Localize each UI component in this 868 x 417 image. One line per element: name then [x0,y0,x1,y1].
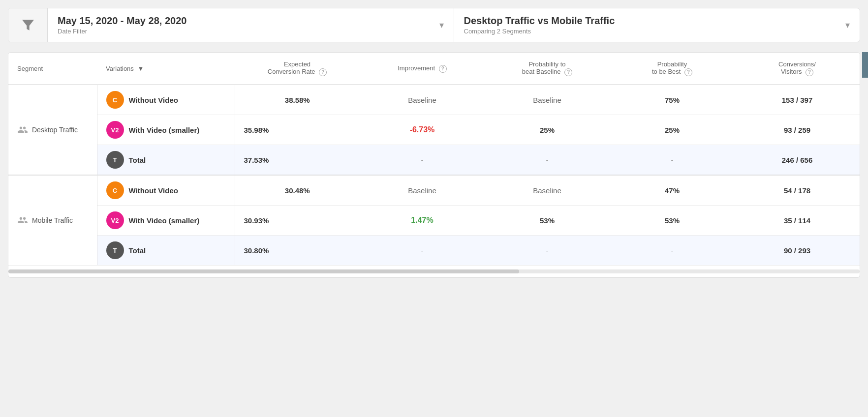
segment-people-icon [17,215,28,226]
improvement-value: - [360,236,485,266]
prob-beat-value: 53% [485,206,610,236]
variations-filter-icon[interactable]: ▼ [137,65,144,72]
variation-cell: CWithout Video [97,175,235,206]
segment-filter-content: Desktop Traffic vs Mobile Traffic Compar… [464,15,615,35]
col-segment: Segment [8,53,97,85]
prob-best-value: 25% [610,115,735,145]
col-prob-beat: Probability tobeat Baseline ? [485,53,610,85]
date-filter-sublabel: Date Filter [58,28,186,35]
variation-cell: V2With Video (smaller) [97,115,235,145]
table-row: TTotal30.80%---90 / 293 [8,236,860,266]
variation-badge: C [106,91,124,109]
col-conv-vis: Conversions/Visitors ? [735,53,860,85]
prob-best-value: 75% [610,85,735,115]
conv-vis-value: 93 / 259 [735,115,860,145]
conv-vis-help-icon[interactable]: ? [806,68,813,76]
variation-cell: TTotal [97,145,235,176]
prob-beat-value: 25% [485,115,610,145]
date-filter-content: May 15, 2020 - May 28, 2020 Date Filter [58,15,186,35]
filter-icon-box [8,8,48,42]
ecr-value: 30.93% [235,206,360,236]
table-row: Mobile TrafficCWithout Video30.48%Baseli… [8,175,860,206]
conv-vis-value: 54 / 178 [735,175,860,206]
ecr-help-icon[interactable]: ? [319,68,327,76]
variation-badge: C [106,181,124,199]
segment-filter-label: Desktop Traffic vs Mobile Traffic [464,15,615,27]
date-filter-label: May 15, 2020 - May 28, 2020 [58,15,186,27]
prob-best-value: - [610,236,735,266]
horizontal-scrollbar[interactable] [8,269,860,273]
variation-cell: V2With Video (smaller) [97,206,235,236]
table-row: TTotal37.53%---246 / 656 [8,145,860,176]
col-prob-best: Probabilityto be Best ? [610,53,735,85]
prob-best-value: 47% [610,175,735,206]
prob-beat-value: - [485,236,610,266]
variation-name: Without Video [129,186,178,195]
improvement-value: -6.73% [360,115,485,145]
variation-cell: TTotal [97,236,235,266]
prob-best-help-icon[interactable]: ? [684,68,692,76]
prob-best-value: 53% [610,206,735,236]
prob-beat-value: - [485,145,610,176]
variation-badge: T [106,241,124,259]
variation-badge: T [106,151,124,169]
segment-filter-section[interactable]: Desktop Traffic vs Mobile Traffic Compar… [454,8,860,42]
variation-badge: V2 [106,211,124,229]
table-row: V2With Video (smaller)30.93%1.47%53%53%3… [8,206,860,236]
segment-filter-chevron: ▾ [845,20,850,30]
ecr-value: 38.58% [235,85,360,115]
improvement-value: Baseline [360,175,485,206]
variation-name: With Video (smaller) [129,126,200,134]
ecr-value: 35.98% [235,115,360,145]
top-bar: May 15, 2020 - May 28, 2020 Date Filter … [8,8,860,42]
segment-people-icon [17,124,28,136]
table-wrapper: Segment Variations ▼ ExpectedConversion … [8,52,860,278]
variation-name: Without Video [129,96,178,104]
funnel-icon [20,17,36,33]
segment-cell: Mobile Traffic [8,175,97,266]
col-variations: Variations ▼ [97,53,235,85]
scrollbar-thumb [8,269,519,273]
results-table: Segment Variations ▼ ExpectedConversion … [8,53,860,266]
variation-badge: V2 [106,121,124,139]
ecr-value: 37.53% [235,145,360,176]
table-row: V2With Video (smaller)35.98%-6.73%25%25%… [8,115,860,145]
settings-button[interactable] [862,52,868,78]
variation-name: Total [129,156,146,164]
segment-filter-sublabel: Comparing 2 Segments [464,28,615,35]
segment-name: Mobile Traffic [32,216,73,224]
conv-vis-value: 246 / 656 [735,145,860,176]
ecr-value: 30.80% [235,236,360,266]
prob-beat-value: Baseline [485,85,610,115]
variation-name: With Video (smaller) [129,216,200,225]
prob-beat-help-icon[interactable]: ? [564,68,572,76]
date-filter-section[interactable]: May 15, 2020 - May 28, 2020 Date Filter … [48,8,454,42]
improvement-value: - [360,145,485,176]
ecr-value: 30.48% [235,175,360,206]
col-improvement: Improvement ? [360,53,485,85]
segment-cell: Desktop Traffic [8,85,97,175]
prob-best-value: - [610,145,735,176]
table-row: Desktop TrafficCWithout Video38.58%Basel… [8,85,860,115]
variation-name: Total [129,246,146,255]
col-ecr: ExpectedConversion Rate ? [235,53,360,85]
improvement-value: 1.47% [360,206,485,236]
segment-name: Desktop Traffic [32,126,78,134]
variation-cell: CWithout Video [97,85,235,115]
conv-vis-value: 90 / 293 [735,236,860,266]
table-container: Segment Variations ▼ ExpectedConversion … [8,52,860,278]
improvement-help-icon[interactable]: ? [439,65,447,73]
conv-vis-value: 35 / 114 [735,206,860,236]
conv-vis-value: 153 / 397 [735,85,860,115]
prob-beat-value: Baseline [485,175,610,206]
improvement-value: Baseline [360,85,485,115]
table-header-row: Segment Variations ▼ ExpectedConversion … [8,53,860,85]
date-filter-chevron: ▾ [439,20,444,30]
